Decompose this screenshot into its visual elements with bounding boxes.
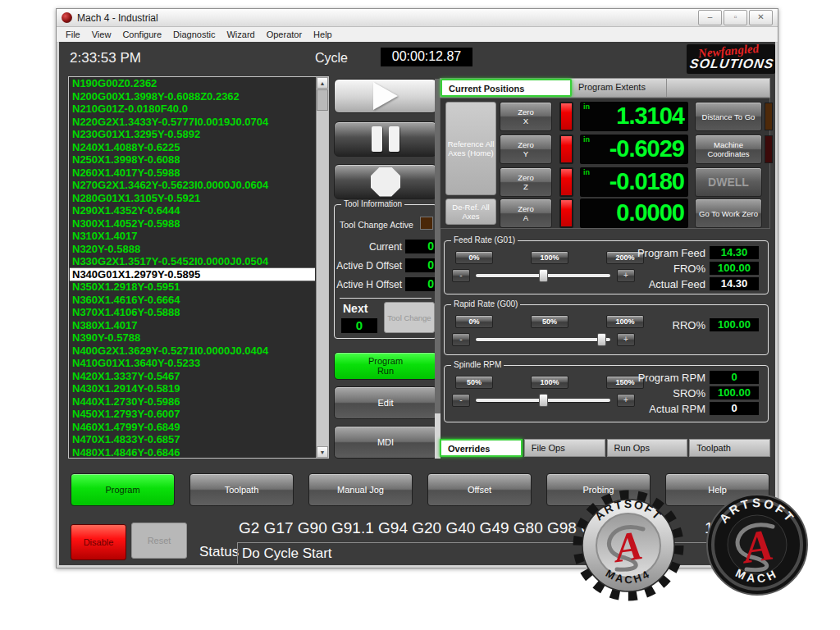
dro-panel: Reference All Axes (Home) De-Ref. All Ax… bbox=[440, 98, 770, 229]
gcode-line[interactable]: N230G01X1.3295Y-0.5892 bbox=[70, 128, 315, 141]
titlebar[interactable]: Mach 4 - Industrial ‒ ▫ ✕ bbox=[57, 9, 778, 27]
scroll-down-icon[interactable]: ▼ bbox=[317, 446, 328, 458]
gcode-line[interactable]: N480X1.4846Y-0.6846 bbox=[70, 446, 315, 459]
gcode-line[interactable]: N280G01X1.3105Y-0.5921 bbox=[70, 192, 315, 205]
cycle-start-button[interactable] bbox=[334, 79, 437, 113]
feed-hold-button[interactable] bbox=[334, 121, 437, 157]
deref-all-axes-button[interactable]: De-Ref. All Axes bbox=[445, 199, 496, 225]
decrement-button[interactable]: - bbox=[452, 269, 470, 282]
minimize-button[interactable]: ‒ bbox=[698, 10, 722, 25]
dro-z: in-0.0180 bbox=[580, 167, 688, 197]
pause-icon bbox=[372, 126, 382, 152]
menu-diagnostic[interactable]: Diagnostic bbox=[167, 30, 221, 39]
gcode-line[interactable]: N240X1.4088Y-0.6225 bbox=[70, 141, 315, 154]
menu-configure[interactable]: Configure bbox=[116, 30, 167, 39]
zero-y-button[interactable]: ZeroY bbox=[500, 135, 552, 164]
tab-file-ops[interactable]: File Ops bbox=[524, 439, 605, 457]
gcode-line[interactable]: N290X1.4352Y-0.6444 bbox=[70, 204, 315, 217]
gcode-line-current[interactable]: N340G01X1.2979Y-0.5895 bbox=[70, 268, 315, 281]
tool-change-button[interactable]: Tool Change bbox=[384, 302, 435, 333]
spindle-rpm-title: Spindle RPM bbox=[451, 360, 504, 369]
preset-100pct-button[interactable]: 100% bbox=[531, 251, 568, 264]
program-feed-value: 14.30 bbox=[710, 246, 759, 259]
tab-current-positions[interactable]: Current Positions bbox=[441, 79, 572, 97]
program-run-button[interactable]: Program Run bbox=[334, 352, 437, 380]
gcode-line[interactable]: N390Y-0.5788 bbox=[70, 331, 315, 345]
menu-view[interactable]: View bbox=[86, 30, 117, 39]
distance-to-go-button[interactable]: Distance To Go bbox=[695, 102, 762, 131]
mdi-button[interactable]: MDI bbox=[334, 426, 437, 459]
tab-toolpath[interactable]: Toolpath bbox=[689, 439, 770, 457]
nav-toolpath-button[interactable]: Toolpath bbox=[189, 473, 294, 506]
tab-overrides[interactable]: Overrides bbox=[440, 439, 523, 457]
scrollbar-thumb[interactable] bbox=[317, 89, 328, 111]
override-slider[interactable] bbox=[476, 333, 610, 346]
menu-file[interactable]: File bbox=[60, 30, 86, 39]
preset-50pct-button[interactable]: 50% bbox=[455, 376, 493, 389]
gcode-line[interactable]: N380X1.4017 bbox=[70, 319, 315, 332]
preset-0pct-button[interactable]: 0% bbox=[455, 315, 493, 328]
machine-coordinates-button[interactable]: Machine Coordinates bbox=[695, 135, 762, 164]
gcode-list[interactable]: N190G00Z0.2362N200G00X1.3998Y-0.6088Z0.2… bbox=[70, 77, 315, 458]
zero-z-button[interactable]: ZeroZ bbox=[500, 167, 552, 197]
gcode-line[interactable]: N200G00X1.3998Y-0.6088Z0.2362 bbox=[70, 90, 315, 103]
slider-thumb[interactable] bbox=[539, 394, 548, 407]
preset-50pct-button[interactable]: 50% bbox=[531, 315, 568, 328]
newfangled-solutions-logo: Newfangled SOLUTIONS bbox=[687, 44, 775, 74]
tab-run-ops[interactable]: Run Ops bbox=[607, 439, 688, 457]
go-to-work-zero-button[interactable]: Go To Work Zero bbox=[695, 199, 762, 228]
gcode-line[interactable]: N220G2X1.3433Y-0.5777I0.0019J0.0704 bbox=[70, 116, 315, 129]
gcode-line[interactable]: N300X1.4052Y-0.5988 bbox=[70, 217, 315, 231]
zero-a-button[interactable]: ZeroA bbox=[500, 199, 552, 228]
gcode-line[interactable]: N440X1.2730Y-0.5986 bbox=[70, 395, 315, 409]
increment-button[interactable]: + bbox=[617, 333, 635, 346]
gcode-panel: N190G00Z0.2362N200G00X1.3998Y-0.6088Z0.2… bbox=[68, 76, 329, 459]
gcode-line[interactable]: N400G2X1.3629Y-0.5271I0.0000J0.0404 bbox=[70, 345, 315, 358]
gcode-line[interactable]: N210G01Z-0.0180F40.0 bbox=[70, 103, 315, 116]
disable-button[interactable]: Disable bbox=[71, 524, 126, 560]
tool-information-title: Tool Information bbox=[341, 199, 404, 208]
preset-100pct-button[interactable]: 100% bbox=[531, 376, 568, 389]
decrement-button[interactable]: - bbox=[452, 333, 470, 346]
close-button[interactable]: ✕ bbox=[749, 10, 773, 25]
gcode-line[interactable]: N430X1.2914Y-0.5819 bbox=[70, 382, 315, 395]
menubar: FileViewConfigureDiagnosticWizardOperato… bbox=[57, 27, 778, 43]
actual-rpm-value: 0 bbox=[710, 402, 759, 415]
menu-help[interactable]: Help bbox=[308, 30, 338, 39]
gcode-line[interactable]: N260X1.4017Y-0.5988 bbox=[70, 167, 315, 180]
gcode-scrollbar[interactable]: ▲ ▼ bbox=[316, 77, 328, 458]
gcode-line[interactable]: N330G2X1.3517Y-0.5452I0.0000J0.0504 bbox=[70, 255, 315, 268]
menu-wizard[interactable]: Wizard bbox=[221, 30, 260, 39]
dwell-button[interactable]: DWELL bbox=[695, 167, 762, 197]
nav-manual-jog-button[interactable]: Manual Jog bbox=[308, 473, 413, 506]
gcode-line[interactable]: N190G00Z0.2362 bbox=[70, 77, 315, 90]
gcode-line[interactable]: N470X1.4833Y-0.6857 bbox=[70, 433, 315, 446]
menu-operator[interactable]: Operator bbox=[261, 30, 308, 39]
gcode-line[interactable]: N270G2X1.3462Y-0.5623I0.0000J0.0604 bbox=[70, 179, 315, 192]
nav-offset-button[interactable]: Offset bbox=[427, 473, 532, 506]
gcode-line[interactable]: N410G01X1.3640Y-0.5233 bbox=[70, 357, 315, 370]
gcode-line[interactable]: N320Y-0.5888 bbox=[70, 243, 315, 256]
slider-thumb[interactable] bbox=[597, 333, 606, 346]
slider-thumb[interactable] bbox=[539, 269, 548, 282]
stop-button[interactable] bbox=[334, 164, 437, 199]
gcode-line[interactable]: N350X1.2918Y-0.5951 bbox=[70, 281, 315, 294]
preset-0pct-button[interactable]: 0% bbox=[455, 251, 493, 264]
nav-program-button[interactable]: Program bbox=[71, 473, 175, 506]
gcode-line[interactable]: N310X1.4017 bbox=[70, 230, 315, 243]
reset-button[interactable]: Reset bbox=[131, 523, 187, 559]
gcode-line[interactable]: N370X1.4106Y-0.5888 bbox=[70, 306, 315, 319]
maximize-button[interactable]: ▫ bbox=[724, 10, 747, 25]
reference-all-axes-button[interactable]: Reference All Axes (Home) bbox=[445, 102, 496, 195]
gcode-line[interactable]: N420X1.3337Y-0.5467 bbox=[70, 370, 315, 383]
dro-unit: in bbox=[583, 103, 590, 111]
tab-program-extents[interactable]: Program Extents bbox=[572, 79, 667, 97]
zero-x-button[interactable]: ZeroX bbox=[500, 102, 552, 131]
gcode-line[interactable]: N460X1.4799Y-0.6849 bbox=[70, 421, 315, 434]
gcode-line[interactable]: N450X1.2793Y-0.6007 bbox=[70, 408, 315, 421]
decrement-button[interactable]: - bbox=[452, 394, 470, 407]
scroll-up-icon[interactable]: ▲ bbox=[317, 77, 328, 89]
gcode-line[interactable]: N250X1.3998Y-0.6088 bbox=[70, 153, 315, 167]
edit-button[interactable]: Edit bbox=[334, 386, 437, 419]
gcode-line[interactable]: N360X1.4616Y-0.6664 bbox=[70, 294, 315, 307]
